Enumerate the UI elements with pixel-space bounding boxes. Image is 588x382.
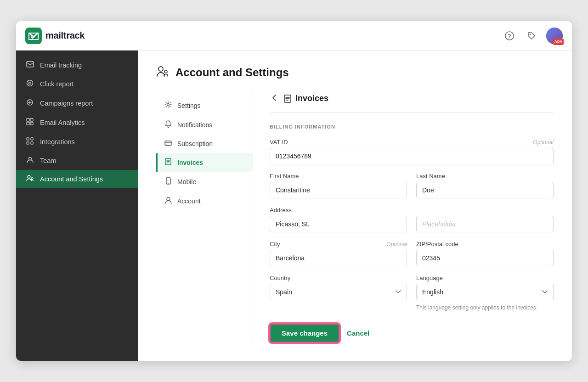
svg-rect-14	[31, 142, 33, 144]
topbar-right: ? ADV	[502, 28, 563, 44]
logo: mailtrack	[25, 28, 85, 44]
city-label-row: City Optional	[270, 241, 407, 247]
svg-rect-10	[30, 122, 33, 125]
campaigns-icon	[25, 99, 34, 108]
svg-rect-8	[30, 118, 33, 121]
help-button[interactable]: ?	[502, 28, 517, 43]
mobile-icon	[164, 177, 173, 186]
invoices-icon	[164, 158, 173, 167]
address-label: Address	[270, 207, 407, 213]
two-col-layout: Settings Notifications Sub	[156, 93, 554, 343]
integrations-icon	[25, 137, 34, 146]
sidebar-item-account-settings[interactable]: Account and Settings	[16, 170, 138, 188]
email-tracking-icon	[25, 61, 34, 69]
sidebar-item-email-tracking[interactable]: Email tracking	[16, 56, 138, 74]
form-area: Invoices BILLING INFORMATION VAT ID Opti…	[253, 93, 554, 343]
country-select[interactable]: Spain France Germany Italy United Kingdo…	[270, 284, 407, 300]
sub-nav-notifications[interactable]: Notifications	[156, 116, 253, 134]
svg-point-17	[31, 178, 33, 180]
vat-label-row: VAT ID Optional	[270, 139, 554, 146]
account-settings-icon	[25, 175, 34, 183]
sidebar-label-click-report: Click report	[40, 80, 74, 88]
vat-id-input[interactable]	[270, 148, 554, 164]
action-row: Save changes Cancel	[270, 324, 554, 343]
svg-point-19	[164, 70, 167, 73]
last-name-label: Last Name	[416, 173, 554, 180]
svg-point-16	[28, 175, 30, 178]
svg-point-18	[158, 67, 163, 71]
settings-icon	[164, 101, 173, 110]
content-inner: Account and Settings Settings	[138, 51, 572, 361]
sub-nav-label-settings: Settings	[177, 102, 201, 109]
sidebar-item-team[interactable]: Team	[16, 152, 138, 170]
address2-group	[416, 207, 554, 232]
svg-point-25	[168, 183, 169, 184]
back-button[interactable]	[270, 93, 279, 104]
svg-point-15	[28, 157, 31, 160]
svg-point-26	[167, 197, 170, 201]
sub-nav-invoices[interactable]: Invoices	[156, 153, 253, 172]
city-input[interactable]	[270, 250, 407, 266]
svg-rect-21	[165, 141, 171, 146]
svg-point-6	[29, 82, 31, 84]
sidebar-item-campaigns-report[interactable]: Campaigns report	[16, 94, 138, 113]
sidebar-label-campaigns: Campaigns report	[40, 100, 93, 107]
svg-rect-7	[27, 118, 29, 121]
first-name-label: First Name	[270, 173, 407, 180]
zip-label: ZIP/Postal code	[416, 241, 554, 247]
main-layout: Email tracking Click report Campaigns re…	[16, 51, 572, 361]
app-name: mailtrack	[45, 30, 85, 41]
sidebar-item-integrations[interactable]: Integrations	[16, 132, 138, 152]
city-optional: Optional	[386, 241, 407, 247]
vat-id-label: VAT ID	[270, 139, 288, 146]
svg-rect-12	[31, 138, 33, 140]
page-header-icon	[156, 65, 169, 80]
sidebar-label-account-settings: Account and Settings	[40, 175, 103, 183]
first-name-group: First Name	[270, 173, 407, 198]
tag-button[interactable]	[524, 28, 539, 43]
svg-point-20	[167, 104, 170, 106]
sub-nav-label-notifications: Notifications	[177, 121, 212, 129]
address-row: Address	[270, 207, 554, 232]
address2-input[interactable]	[416, 216, 554, 232]
sub-nav-account[interactable]: Account	[156, 192, 253, 210]
last-name-input[interactable]	[416, 182, 554, 198]
zip-input[interactable]	[416, 250, 554, 266]
zip-group: ZIP/Postal code	[416, 241, 554, 266]
address1-input[interactable]	[270, 216, 407, 232]
sidebar: Email tracking Click report Campaigns re…	[16, 51, 138, 361]
team-icon	[25, 157, 34, 165]
sidebar-item-click-report[interactable]: Click report	[16, 74, 138, 94]
click-report-icon	[25, 79, 34, 89]
page-header: Account and Settings	[156, 65, 554, 80]
content-area: Account and Settings Settings	[138, 51, 572, 361]
first-name-input[interactable]	[270, 182, 407, 198]
sidebar-item-email-analytics[interactable]: Email Analytics	[16, 113, 138, 132]
language-note: This language setting only applies to th…	[416, 304, 554, 311]
sidebar-label-integrations: Integrations	[40, 138, 75, 146]
address1-group: Address	[270, 207, 407, 232]
city-zip-row: City Optional ZIP/Postal code	[270, 241, 554, 266]
svg-rect-9	[27, 122, 29, 125]
save-button[interactable]: Save changes	[270, 324, 339, 343]
city-group: City Optional	[270, 241, 407, 266]
sub-nav-settings[interactable]: Settings	[156, 96, 253, 115]
avatar[interactable]: ADV	[546, 28, 563, 44]
language-label: Language	[416, 275, 554, 281]
sub-nav-label-mobile: Mobile	[177, 178, 196, 185]
sub-nav-subscription[interactable]: Subscription	[156, 135, 253, 152]
svg-point-3	[530, 34, 531, 35]
logo-icon	[25, 28, 42, 44]
cancel-button[interactable]: Cancel	[347, 329, 369, 337]
vat-id-row: VAT ID Optional	[270, 139, 554, 164]
notifications-icon	[164, 120, 173, 129]
sub-nav-mobile[interactable]: Mobile	[156, 173, 253, 191]
sub-nav-label-invoices: Invoices	[177, 159, 203, 166]
sub-nav-label-account: Account	[177, 197, 201, 205]
svg-rect-11	[27, 138, 29, 140]
form-section-title: Invoices	[283, 94, 328, 103]
topbar: mailtrack ? ADV	[16, 21, 572, 51]
city-label: City	[270, 241, 280, 247]
language-select[interactable]: English Spanish French German Italian	[416, 284, 554, 300]
country-language-row: Country Spain France Germany Italy Unite…	[270, 275, 554, 311]
